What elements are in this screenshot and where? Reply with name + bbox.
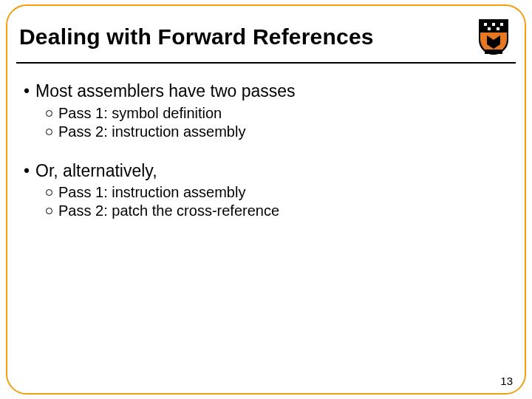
bullet-text: Pass 2: instruction assembly [58,123,245,140]
slide-title: Dealing with Forward References [19,24,374,50]
page-number: 13 [500,375,513,387]
sub-list: Pass 1: instruction assembly Pass 2: pat… [46,184,502,219]
sub-list: Pass 1: symbol definition Pass 2: instru… [46,105,502,140]
bullet-level2: Pass 1: instruction assembly [46,184,502,201]
bullet-dot-icon: • [24,81,30,102]
svg-rect-4 [488,27,491,30]
svg-rect-5 [497,27,499,30]
bullet-level2: Pass 1: symbol definition [46,105,502,122]
bullet-ring-icon [46,129,52,135]
bullet-level1: • Or, alternatively, [24,161,502,182]
bullet-text: Pass 2: patch the cross-reference [58,202,279,219]
bullet-ring-icon [46,189,52,196]
svg-rect-3 [500,23,503,26]
bullet-text: Or, alternatively, [35,161,157,182]
svg-rect-2 [492,23,495,26]
bullet-level2: Pass 2: instruction assembly [46,123,502,140]
slide: Dealing with Forward References • Most a… [0,0,532,399]
svg-rect-6 [485,50,502,54]
title-area: Dealing with Forward References [16,15,516,64]
bullet-dot-icon: • [24,161,30,182]
bullet-text: Pass 1: symbol definition [58,105,222,122]
svg-rect-0 [480,21,507,33]
bullet-text: Pass 1: instruction assembly [58,184,245,201]
content-area: • Most assemblers have two passes Pass 1… [24,74,502,219]
princeton-shield-icon [477,18,510,56]
bullet-level2: Pass 2: patch the cross-reference [46,202,502,219]
svg-rect-1 [484,23,487,26]
bullet-text: Most assemblers have two passes [35,81,296,102]
bullet-level1: • Most assemblers have two passes [24,81,502,102]
bullet-ring-icon [46,208,52,214]
bullet-ring-icon [46,110,52,117]
